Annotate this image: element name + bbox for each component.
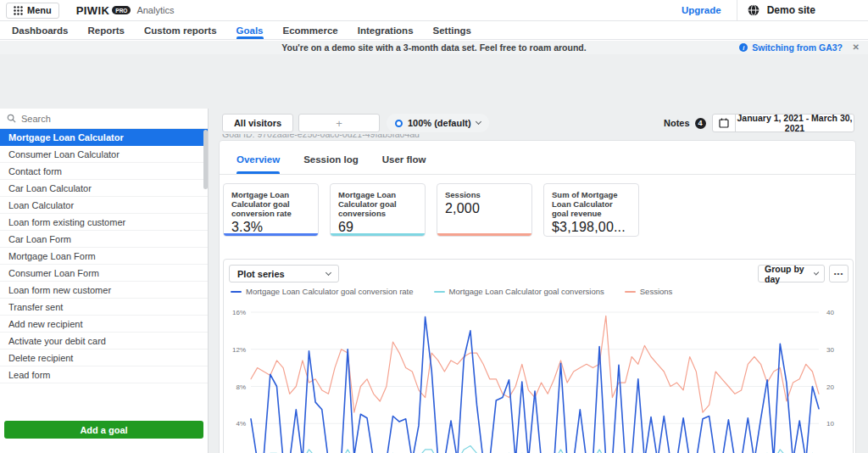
notes-control[interactable]: Notes 4 [664,114,706,132]
menu-button[interactable]: Menu [6,3,59,19]
main-nav: DashboardsReportsCustom reportsGoalsEcom… [0,21,868,40]
nav-tab-ecommerce[interactable]: Ecommerce [283,21,338,39]
kpi-accent-bar [331,233,425,236]
svg-text:16%: 16% [232,309,246,316]
goal-metrics-chart[interactable]: 0%04%108%2012%3016%401/Jan4/Jan7/Jan10/J… [225,304,849,453]
search-icon [7,114,16,123]
sidebar-item-mortgage-loan-form[interactable]: Mortgage Loan Form [0,248,208,265]
plot-series-label: Plot series [237,269,285,279]
kpi-value: $3,198,00... [552,220,631,235]
sidebar-item-transfer-sent[interactable]: Transfer sent [0,299,208,316]
legend-swatch [434,291,445,293]
add-goal-button[interactable]: Add a goal [4,421,203,439]
kpi-accent-bar [437,233,531,236]
tab-session-log[interactable]: Session log [303,154,359,174]
legend-label: Sessions [640,287,673,296]
sampling-selector[interactable]: 100% (default) [387,114,489,132]
chart-legend: Mortgage Loan Calculator goal conversion… [231,287,672,296]
nav-tab-custom-reports[interactable]: Custom reports [144,21,217,39]
notes-count-badge: 4 [695,118,706,129]
sidebar-item-loan-calculator[interactable]: Loan Calculator [0,197,208,214]
search-input[interactable] [21,114,201,124]
demo-banner: You're on a demo site with a 3-month dat… [0,41,868,54]
goal-list: Mortgage Loan CalculatorConsumer Loan Ca… [0,129,208,383]
kpi-title: Sum of Mortgage Loan Calculator goal rev… [552,190,631,218]
date-range-picker[interactable]: January 1, 2021 - March 30, 2021 [712,114,854,132]
sidebar-item-consumer-loan-form[interactable]: Consumer Loan Form [0,265,208,282]
sidebar-item-lead-form[interactable]: Lead form [0,366,208,383]
group-by-dropdown[interactable]: Group by day [758,265,825,282]
kpi-row: Mortgage Loan Calculator goal conversion… [223,183,639,237]
demo-banner-message: You're on a demo site with a 3-month dat… [281,42,586,53]
piwik-pro-logo: PIWIK PRO Analytics [76,4,175,17]
chart-panel: Plot series Group by day ••• Mortgage Lo… [223,259,854,453]
sidebar-item-mortgage-loan-calculator[interactable]: Mortgage Loan Calculator [0,129,208,146]
legend-swatch [231,291,242,293]
tab-user-flow[interactable]: User flow [382,154,426,174]
sidebar-item-loan-form-new-customer[interactable]: Loan form new customer [0,282,208,299]
chevron-down-icon [476,119,481,125]
nav-tab-integrations[interactable]: Integrations [358,21,414,39]
info-icon: i [739,43,748,52]
brand-product: Analytics [136,5,174,15]
legend-item-sessions[interactable]: Sessions [625,287,673,296]
more-options-button[interactable]: ••• [829,265,849,282]
svg-text:40: 40 [826,309,834,316]
nav-tab-goals[interactable]: Goals [236,21,264,39]
sidebar-item-contact-form[interactable]: Contact form [0,163,208,180]
top-bar-divider [737,0,737,21]
globe-icon [748,4,760,16]
upgrade-link[interactable]: Upgrade [682,5,721,15]
sidebar-item-car-loan-calculator[interactable]: Car Loan Calculator [0,180,208,197]
sidebar-item-car-loan-form[interactable]: Car Loan Form [0,231,208,248]
sidebar-item-activate-your-debit-card[interactable]: Activate your debit card [0,333,208,350]
nav-tab-reports[interactable]: Reports [87,21,124,39]
svg-text:30: 30 [826,346,834,354]
kpi-title: Mortgage Loan Calculator goal conversion… [231,190,310,218]
svg-text:10: 10 [826,420,834,428]
sampling-label: 100% (default) [408,118,471,128]
tab-overview[interactable]: Overview [236,154,280,174]
legend-label: Mortgage Loan Calculator goal conversion… [449,287,604,296]
legend-swatch [625,291,636,293]
top-bar-right: Upgrade Demo site [682,0,868,20]
calendar-icon [713,118,735,128]
sidebar-item-add-new-recipient[interactable]: Add new recipient [0,316,208,333]
site-selector[interactable]: Demo site [767,4,815,16]
kpi-card-sum-of-mortgage-loan-calculator-goal-revenue: Sum of Mortgage Loan Calculator goal rev… [543,183,639,237]
kpi-accent-bar [224,233,318,236]
legend-label: Mortgage Loan Calculator goal conversion… [246,287,414,296]
goals-sidebar: Mortgage Loan CalculatorConsumer Loan Ca… [0,109,209,453]
menu-label: Menu [27,5,52,15]
group-by-label: Group by day [765,264,815,284]
nav-tab-dashboards[interactable]: Dashboards [12,21,68,39]
legend-item-mortgage-loan-calculator-goal-conversions[interactable]: Mortgage Loan Calculator goal conversion… [434,287,604,296]
goal-search [0,109,208,129]
plot-series-dropdown[interactable]: Plot series [229,265,339,282]
ga3-notice-link[interactable]: i Switching from GA3? [739,41,843,54]
content-area: Mortgage Loan CalculatorConsumer Loan Ca… [0,54,868,453]
report-tabs: OverviewSession logUser flow [220,141,855,175]
sampling-status-icon [395,120,403,127]
legend-item-mortgage-loan-calculator-goal-conversion-rate[interactable]: Mortgage Loan Calculator goal conversion… [231,287,414,296]
segment-all-visitors-button[interactable]: All visitors [222,114,293,132]
sidebar-item-delete-recipient[interactable]: Delete recipient [0,350,208,366]
top-bar: Menu PIWIK PRO Analytics Upgrade Demo si… [0,0,868,21]
piwik-pro-analytics-app: { "header": { "menu_label": "Menu", "bra… [0,0,868,453]
kpi-card-mortgage-loan-calculator-goal-conversion-rate: Mortgage Loan Calculator goal conversion… [223,183,319,237]
svg-text:4%: 4% [236,420,246,428]
svg-text:12%: 12% [232,346,246,354]
grid-menu-icon [14,6,23,15]
kpi-title: Mortgage Loan Calculator goal conversion… [338,190,417,218]
banner-close-icon[interactable]: ✕ [853,42,860,52]
sidebar-scrollbar[interactable] [203,130,208,189]
ga3-notice-label: Switching from GA3? [752,42,843,53]
kpi-title: Sessions [445,190,524,199]
svg-text:20: 20 [826,383,834,391]
sidebar-item-consumer-loan-calculator[interactable]: Consumer Loan Calculator [0,146,208,163]
sidebar-item-loan-form-existing-customer[interactable]: Loan form existing customer [0,214,208,231]
add-segment-button[interactable]: + [298,114,380,132]
notes-label: Notes [664,118,690,128]
goal-report-card: OverviewSession logUser flow Mortgage Lo… [219,140,856,453]
nav-tab-settings[interactable]: Settings [433,21,471,39]
